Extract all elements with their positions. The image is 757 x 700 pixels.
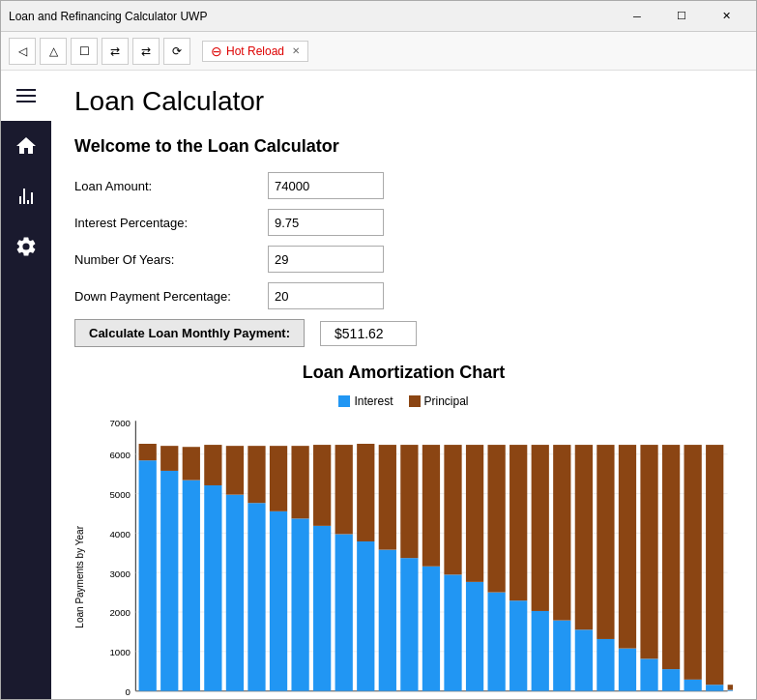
svg-rect-44 (422, 445, 440, 567)
svg-rect-62 (619, 445, 636, 649)
y-axis-label: Loan Payments by Year (74, 526, 85, 628)
svg-rect-48 (466, 445, 483, 582)
svg-text:1000: 1000 (109, 647, 130, 657)
svg-rect-21 (183, 481, 200, 691)
svg-rect-34 (313, 445, 331, 526)
down-payment-input[interactable] (268, 282, 384, 309)
svg-text:28: 28 (715, 698, 726, 699)
svg-text:7: 7 (274, 698, 278, 699)
svg-rect-32 (291, 446, 308, 518)
down-payment-label: Down Payment Percentage: (74, 289, 268, 304)
svg-rect-47 (466, 582, 483, 691)
main-content: Loan Calculator Welcome to the Loan Calc… (51, 71, 756, 699)
sidebar-item-chart[interactable] (1, 171, 51, 221)
interest-input[interactable] (268, 209, 384, 236)
loan-amount-input[interactable] (268, 172, 384, 199)
gear-icon (15, 235, 38, 258)
legend-interest: Interest (338, 394, 393, 408)
svg-rect-64 (640, 445, 657, 658)
svg-rect-25 (226, 495, 244, 691)
svg-rect-39 (379, 550, 396, 691)
svg-text:16: 16 (462, 698, 473, 699)
bar-chart-icon (15, 185, 38, 208)
svg-rect-20 (160, 446, 178, 471)
down-payment-row: Down Payment Percentage: (74, 282, 733, 309)
svg-rect-36 (335, 445, 353, 534)
window-title: Loan and Refinancing Calculator UWP (9, 10, 615, 23)
chart-title: Loan Amortization Chart (74, 363, 733, 383)
svg-rect-72 (728, 685, 733, 689)
minimize-button[interactable]: ─ (615, 1, 659, 32)
svg-rect-54 (532, 445, 549, 611)
toolbar-btn-6[interactable]: ⟳ (163, 38, 190, 65)
svg-rect-49 (487, 593, 505, 691)
chart-container: Interest Principal Loan Payments by Year (74, 394, 733, 699)
svg-rect-42 (400, 445, 418, 558)
maximize-button[interactable]: ☐ (659, 1, 704, 32)
svg-text:13: 13 (398, 698, 409, 699)
svg-rect-67 (684, 680, 702, 691)
welcome-text: Welcome to the Loan Calculator (74, 136, 733, 157)
sidebar-item-menu[interactable] (1, 71, 51, 121)
svg-text:19: 19 (525, 698, 536, 699)
svg-text:10: 10 (335, 698, 346, 699)
svg-rect-51 (510, 600, 527, 690)
years-input[interactable] (268, 246, 384, 273)
sidebar-item-settings[interactable] (1, 221, 51, 272)
toolbar-btn-1[interactable]: ◁ (9, 38, 36, 65)
svg-text:6000: 6000 (109, 450, 130, 460)
svg-rect-66 (662, 445, 680, 669)
sidebar-item-home[interactable] (1, 121, 51, 171)
svg-rect-38 (357, 444, 374, 541)
svg-rect-58 (575, 445, 593, 629)
svg-rect-52 (510, 445, 527, 600)
svg-text:5000: 5000 (109, 489, 130, 500)
years-label: Number Of Years: (74, 252, 268, 267)
svg-rect-53 (532, 611, 549, 691)
interest-row: Interest Percentage: (74, 209, 733, 236)
svg-rect-50 (487, 445, 505, 593)
toolbar-btn-2[interactable]: △ (40, 38, 67, 65)
svg-rect-35 (335, 534, 353, 690)
principal-legend-label: Principal (424, 394, 469, 408)
svg-text:4: 4 (209, 698, 215, 699)
svg-rect-31 (291, 518, 308, 690)
toolbar-btn-3[interactable]: ☐ (71, 38, 98, 65)
close-button[interactable]: ✕ (704, 1, 748, 32)
chart-area: 0 1000 2000 3000 4000 5000 6000 7000 (89, 416, 733, 699)
svg-rect-45 (444, 574, 461, 690)
svg-rect-19 (160, 471, 178, 691)
svg-rect-24 (204, 445, 221, 485)
svg-rect-22 (183, 447, 200, 480)
svg-text:22: 22 (589, 698, 599, 699)
svg-rect-26 (226, 446, 244, 494)
toolbar-btn-4[interactable]: ⇄ (102, 38, 129, 65)
interest-legend-label: Interest (354, 394, 393, 408)
svg-text:1: 1 (144, 698, 149, 699)
svg-rect-30 (270, 446, 287, 511)
svg-rect-55 (553, 621, 570, 691)
svg-rect-37 (357, 541, 374, 691)
svg-rect-23 (204, 485, 221, 691)
toolbar: ◁ △ ☐ ⇄ ⇄ ⟳ ⊖ Hot Reload ✕ (1, 32, 756, 71)
svg-text:25: 25 (652, 698, 662, 699)
hamburger-icon (16, 89, 36, 102)
svg-rect-60 (597, 445, 614, 639)
principal-color-swatch (409, 395, 421, 407)
legend-principal: Principal (409, 394, 469, 408)
hot-reload-label: Hot Reload (226, 44, 284, 58)
home-icon (15, 134, 38, 158)
svg-rect-68 (684, 445, 702, 680)
page-title: Loan Calculator (74, 86, 733, 117)
calculate-button[interactable]: Calculate Loan Monthly Payment: (74, 319, 305, 347)
hot-reload-button[interactable]: ⊖ Hot Reload ✕ (202, 41, 308, 62)
hot-reload-icon: ⊖ (211, 44, 222, 59)
amortization-chart: 0 1000 2000 3000 4000 5000 6000 7000 (89, 416, 733, 699)
svg-rect-59 (597, 639, 614, 691)
svg-rect-40 (379, 445, 396, 549)
svg-rect-29 (270, 511, 287, 691)
svg-rect-41 (400, 558, 418, 690)
hot-reload-close-icon[interactable]: ✕ (292, 45, 300, 56)
toolbar-btn-5[interactable]: ⇄ (132, 38, 160, 65)
loan-amount-label: Loan Amount: (74, 179, 268, 193)
